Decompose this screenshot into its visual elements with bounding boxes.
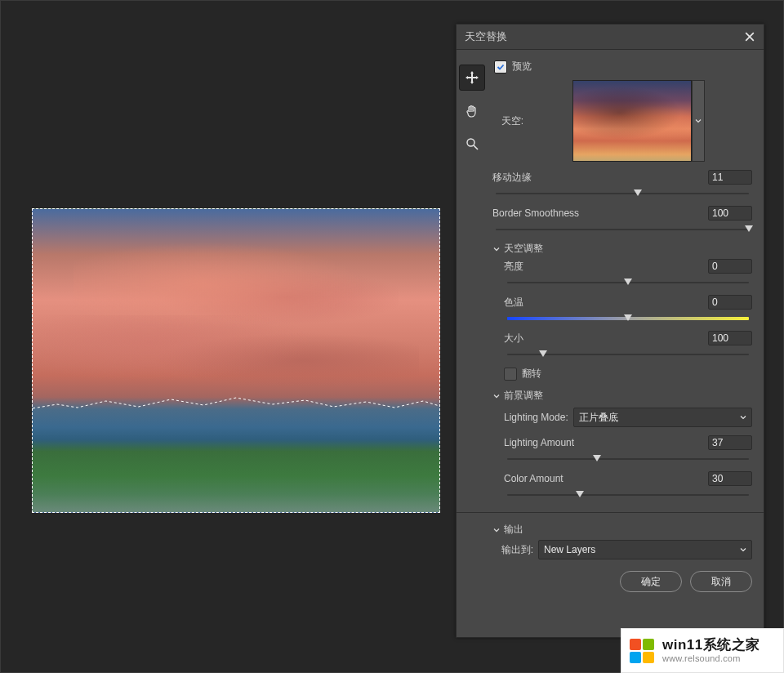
border-smoothness-value[interactable] <box>708 206 752 221</box>
close-icon[interactable] <box>742 29 757 44</box>
lighting-mode-value: 正片叠底 <box>579 411 618 425</box>
slider-thumb[interactable] <box>593 455 601 461</box>
panel-header[interactable]: 天空替换 <box>457 25 764 50</box>
button-row: 确定 取消 <box>457 559 764 592</box>
preview-checkbox[interactable] <box>494 60 507 74</box>
flip-checkbox[interactable] <box>504 368 517 381</box>
slider-thumb[interactable] <box>624 279 632 285</box>
lighting-mode-select[interactable]: 正片叠底 <box>573 408 752 427</box>
flip-label: 翻转 <box>522 367 541 381</box>
lighting-mode-label: Lighting Mode: <box>504 412 568 423</box>
temperature-label: 色温 <box>504 296 523 310</box>
zoom-tool[interactable] <box>460 131 484 156</box>
svg-line-1 <box>474 145 478 149</box>
temperature-value[interactable] <box>708 295 752 310</box>
color-amount-slider[interactable] <box>507 491 749 499</box>
windows-logo-icon <box>628 637 656 665</box>
sky-dropdown-toggle[interactable] <box>692 80 705 162</box>
panel-title: 天空替换 <box>465 29 742 44</box>
slider-thumb[interactable] <box>624 314 632 321</box>
fg-adj-toggle[interactable] <box>492 392 501 400</box>
sky-replace-panel: 天空替换 预览 天空: <box>456 24 764 638</box>
lighting-amount-label: Lighting Amount <box>504 437 574 448</box>
scale-label: 大小 <box>504 332 523 345</box>
output-toggle[interactable] <box>492 526 501 534</box>
canvas-inner <box>33 209 439 512</box>
sky-thumbnail[interactable] <box>572 80 692 162</box>
slider-thumb[interactable] <box>634 189 642 196</box>
sky-adj-title: 天空调整 <box>504 242 543 256</box>
controls-area: 预览 天空: 移动边缘 <box>488 60 764 504</box>
border-smoothness-slider[interactable] <box>496 225 749 234</box>
cloud-layer-2 <box>33 315 419 406</box>
brightness-slider[interactable] <box>507 279 749 287</box>
lighting-amount-slider[interactable] <box>507 455 749 463</box>
output-title: 输出 <box>504 523 523 537</box>
sky-adj-toggle[interactable] <box>492 245 501 253</box>
output-to-label: 输出到: <box>492 543 533 557</box>
brightness-value[interactable] <box>708 259 752 274</box>
slider-thumb[interactable] <box>539 350 547 357</box>
tool-column <box>457 60 488 504</box>
slider-thumb[interactable] <box>576 491 584 497</box>
fg-adj-title: 前景调整 <box>504 389 543 403</box>
watermark: win11系统之家 www.relsound.com <box>621 628 784 673</box>
sky-label: 天空: <box>492 114 527 128</box>
scale-slider[interactable] <box>507 350 749 359</box>
temperature-slider[interactable] <box>507 314 749 323</box>
shift-edge-slider[interactable] <box>496 189 749 198</box>
svg-point-0 <box>467 139 474 146</box>
color-amount-label: Color Amount <box>504 473 564 484</box>
scale-value[interactable] <box>708 331 752 345</box>
shift-edge-value[interactable] <box>708 170 752 185</box>
cancel-button[interactable]: 取消 <box>690 571 752 592</box>
divider <box>457 512 764 513</box>
move-tool[interactable] <box>459 65 485 91</box>
hand-tool[interactable] <box>460 99 484 123</box>
ok-button[interactable]: 确定 <box>620 571 682 592</box>
canvas-image[interactable] <box>32 208 440 513</box>
shift-edge-label: 移动边缘 <box>492 171 532 185</box>
output-to-select[interactable]: New Layers <box>538 540 752 559</box>
watermark-sub: www.relsound.com <box>662 653 760 664</box>
preview-label: 预览 <box>512 60 532 74</box>
watermark-title: win11系统之家 <box>662 637 760 653</box>
output-to-value: New Layers <box>544 544 595 555</box>
color-amount-value[interactable] <box>708 471 752 486</box>
lighting-amount-value[interactable] <box>708 435 752 450</box>
brightness-label: 亮度 <box>504 260 523 274</box>
output-section: 输出 输出到: New Layers <box>457 518 764 559</box>
border-smoothness-label: Border Smoothness <box>492 207 579 219</box>
slider-thumb[interactable] <box>745 225 753 232</box>
